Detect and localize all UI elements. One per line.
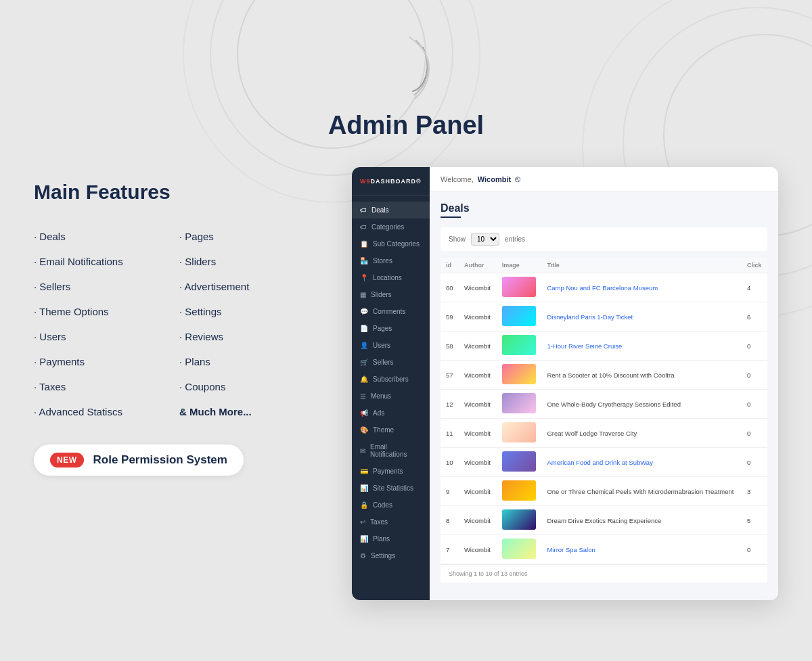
entries-label: entries	[505, 235, 525, 243]
cell-clicks: 4	[742, 273, 767, 302]
cell-clicks: 6	[742, 302, 767, 332]
features-col1: · Deals · Email Notifications · Sellers …	[34, 224, 179, 424]
sidebar-item-pages-label: Pages	[373, 325, 392, 332]
sidebar-item-subscribers-label: Subscribers	[373, 375, 409, 383]
sidebar-item-ads[interactable]: 📢 Ads	[352, 405, 430, 421]
features-col2: · Pages · Sliders · Advertisement · Sett…	[179, 224, 325, 424]
welcome-text: Welcome,	[441, 175, 474, 183]
cell-id: 60	[441, 273, 459, 302]
features-title: Main Features	[34, 181, 325, 204]
cell-image	[497, 419, 542, 448]
cell-title: One or Three Chemical Peels With Microde…	[541, 477, 742, 506]
cell-id: 58	[441, 332, 459, 361]
cell-clicks: 0	[742, 419, 767, 448]
cell-image	[497, 390, 542, 419]
page-title: Admin Panel	[0, 111, 812, 140]
new-badge: NEW	[50, 453, 84, 468]
table-row: 12 Wicombit One Whole-Body Cryotherapy S…	[441, 390, 767, 419]
sidebar-item-subcategories[interactable]: 📋 Sub Categories	[352, 235, 430, 252]
sidebar-item-plans-label: Plans	[373, 535, 390, 543]
deal-link[interactable]: Mirror Spa Salon	[547, 546, 595, 553]
feature-plans: · Plans	[179, 349, 325, 374]
cell-title: Mirror Spa Salon	[541, 535, 742, 564]
cell-clicks: 0	[742, 448, 767, 477]
sellers-icon: 🛒	[360, 359, 368, 366]
sidebar-item-taxes[interactable]: ↩ Taxes	[352, 514, 430, 530]
cell-title: 1-Hour River Seine Cruise	[541, 332, 742, 361]
cell-image	[497, 273, 542, 302]
cell-author: Wicombit	[459, 477, 497, 506]
sidebar-item-locations[interactable]: 📍 Locations	[352, 269, 430, 286]
sidebar-item-deals-label: Deals	[371, 206, 389, 214]
deal-link[interactable]: Disneyland Paris 1-Day Ticket	[547, 313, 633, 321]
cell-title: American Food and Drink at SubWay	[541, 448, 742, 477]
table-controls: Show 10 25 50 entries	[441, 227, 767, 251]
feature-sellers: · Sellers	[34, 274, 179, 299]
col-author: Author	[459, 258, 497, 273]
deals-icon: 🏷	[360, 206, 367, 214]
stores-icon: 🏪	[360, 257, 368, 265]
deal-link[interactable]: Camp Nou and FC Barcelona Museum	[547, 284, 658, 292]
col-image: Image	[497, 258, 542, 273]
cell-id: 12	[441, 390, 459, 419]
feature-ads: · Advertisement	[179, 274, 325, 299]
sidebar-item-locations-label: Locations	[373, 274, 402, 281]
admin-main: Welcome, Wicombit ⎋ Deals Show 10 25 50	[430, 167, 778, 600]
sidebar-item-sellers[interactable]: 🛒 Sellers	[352, 354, 430, 371]
cell-id: 7	[441, 535, 459, 564]
feature-stats: · Advanced Statiscs	[34, 399, 179, 424]
cell-id: 59	[441, 302, 459, 332]
sidebar-item-settings[interactable]: ⚙ Settings	[352, 547, 430, 564]
logout-icon[interactable]: ⎋	[515, 174, 520, 184]
cell-author: Wicombit	[459, 332, 497, 361]
sidebar-item-plans[interactable]: 📊 Plans	[352, 530, 430, 547]
feature-deals: · Deals	[34, 224, 179, 249]
logo-icon	[365, 27, 447, 111]
cell-author: Wicombit	[459, 390, 497, 419]
sidebar-item-users[interactable]: 👤 Users	[352, 337, 430, 354]
col-title: Title	[541, 258, 742, 273]
sidebar-item-subcategories-label: Sub Categories	[373, 240, 420, 248]
feature-theme: · Theme Options	[34, 299, 179, 324]
sidebar-item-settings-label: Settings	[371, 552, 395, 560]
sidebar-item-ads-label: Ads	[373, 409, 384, 417]
table-row: 11 Wicombit Great Wolf Lodge Traverse Ci…	[441, 419, 767, 448]
sidebar-item-deals[interactable]: 🏷 Deals	[352, 202, 430, 219]
cell-author: Wicombit	[459, 506, 497, 535]
sliders-icon: ▦	[360, 291, 366, 298]
payments-icon: 💳	[360, 468, 368, 475]
table-row: 60 Wicombit Camp Nou and FC Barcelona Mu…	[441, 273, 767, 302]
sidebar-item-sliders[interactable]: ▦ Sliders	[352, 286, 430, 303]
email-icon: ✉	[360, 447, 365, 455]
sidebar-item-statistics[interactable]: 📊 Site Statistics	[352, 480, 430, 497]
table-row: 8 Wicombit Dream Drive Exotics Racing Ex…	[441, 506, 767, 535]
sidebar-item-stores[interactable]: 🏪 Stores	[352, 252, 430, 269]
comments-icon: 💬	[360, 308, 368, 315]
feature-pages: · Pages	[179, 224, 325, 249]
new-badge-section[interactable]: NEW Role Permission System	[34, 445, 244, 476]
admin-sidebar: W9DASHBOARD® 🏷 Deals 🏷 Categories 📋 Sub …	[352, 167, 430, 600]
categories-icon: 🏷	[360, 223, 367, 231]
deal-link[interactable]: 1-Hour River Seine Cruise	[547, 342, 622, 350]
col-clicks: Click	[742, 258, 767, 273]
deal-link[interactable]: American Food and Drink at SubWay	[547, 459, 652, 466]
cell-clicks: 0	[742, 390, 767, 419]
sidebar-item-email-notifications[interactable]: ✉ Email Notifications	[352, 438, 430, 463]
cell-image	[497, 535, 542, 564]
entries-select[interactable]: 10 25 50	[471, 233, 499, 246]
sidebar-item-menus-label: Menus	[371, 392, 391, 400]
admin-topbar: Welcome, Wicombit ⎋	[430, 167, 778, 191]
sidebar-item-subscribers[interactable]: 🔔 Subscribers	[352, 371, 430, 388]
sidebar-item-pages[interactable]: 📄 Pages	[352, 320, 430, 337]
sidebar-item-payments[interactable]: 💳 Payments	[352, 463, 430, 480]
page-title-underline	[441, 216, 461, 218]
sidebar-item-codes[interactable]: 🔒 Codes	[352, 497, 430, 514]
sidebar-item-menus[interactable]: ☰ Menus	[352, 388, 430, 405]
feature-sliders: · Sliders	[179, 249, 325, 274]
sidebar-item-theme[interactable]: 🎨 Theme	[352, 421, 430, 438]
sidebar-item-categories[interactable]: 🏷 Categories	[352, 219, 430, 235]
cell-author: Wicombit	[459, 448, 497, 477]
sidebar-item-comments[interactable]: 💬 Comments	[352, 303, 430, 320]
col-id: id	[441, 258, 459, 273]
cell-image	[497, 332, 542, 361]
